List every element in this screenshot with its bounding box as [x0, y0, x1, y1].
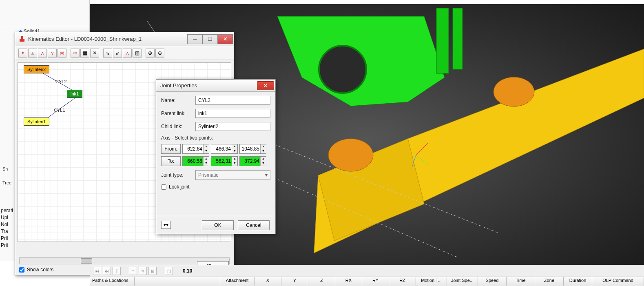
robot-icon — [18, 35, 26, 43]
tool-icon[interactable]: ✂ — [71, 49, 80, 58]
joint-type-label: Joint type: — [161, 172, 192, 178]
maximize-button[interactable]: ☐ — [202, 34, 218, 44]
name-input[interactable] — [195, 96, 270, 105]
from-y-spinner[interactable]: ▲▼ — [211, 144, 238, 154]
tool-icon[interactable]: ◫ — [165, 267, 173, 275]
cancel-button[interactable]: Cancel — [238, 220, 270, 230]
joint-type-select[interactable]: Prismatic▾ — [195, 170, 270, 180]
col-header[interactable]: Attachment — [220, 277, 255, 286]
to-button[interactable]: To: — [161, 156, 181, 166]
kin-window-title: Kinematics Editor - LD0034-0000_Shrinkwr… — [28, 36, 188, 42]
value-display: 0.10 — [183, 268, 192, 274]
tool-icon[interactable]: ▲ — [28, 49, 37, 58]
tool-icon[interactable]: ↙ — [113, 49, 122, 58]
node-lnk1[interactable]: lnk1 — [67, 90, 82, 98]
tool-icon[interactable]: ⊞ — [148, 267, 157, 275]
lock-joint-label: Lock joint — [169, 184, 190, 190]
svg-point-2 — [328, 139, 373, 171]
kin-titlebar[interactable]: Kinematics Editor - LD0034-0000_Shrinkwr… — [15, 32, 234, 46]
tool-icon[interactable]: ⋈ — [58, 49, 66, 58]
tool-icon[interactable]: ✕ — [90, 49, 99, 58]
minimize-button[interactable]: ─ — [187, 34, 203, 44]
bottom-status-bar: ⏮ ⏭ ↧ ≡ ≋ ⊞ ◫ 0.10 Paths & Locations Att… — [90, 265, 644, 286]
col-header[interactable]: RX — [335, 277, 362, 286]
col-header[interactable]: X — [255, 277, 281, 286]
child-link-input[interactable] — [195, 122, 270, 131]
link-label-cyl1: CYL1 — [54, 108, 65, 113]
svg-point-4 — [319, 46, 366, 93]
tool-create-link-icon[interactable]: ✦ — [18, 49, 27, 58]
tool-icon[interactable]: ⋏ — [38, 49, 47, 58]
svg-rect-13 — [21, 36, 23, 39]
col-header[interactable]: Motion T... — [416, 277, 447, 286]
svg-rect-6 — [453, 8, 463, 69]
to-z-spinner[interactable]: ▲▼ — [239, 156, 266, 166]
ok-button[interactable]: OK — [202, 220, 234, 230]
name-label: Name: — [161, 98, 192, 103]
col-header[interactable]: Time — [507, 277, 535, 286]
to-y-spinner[interactable]: ▲▼ — [211, 156, 238, 166]
svg-rect-12 — [20, 39, 24, 42]
close-button[interactable]: ✕ — [217, 34, 233, 44]
to-x-spinner[interactable]: ▲▼ — [182, 156, 209, 166]
playback-prev-icon[interactable]: ⏮ — [93, 267, 101, 275]
jd-close-button[interactable]: ✕ — [257, 81, 274, 90]
col-header[interactable]: Duration — [564, 277, 592, 286]
tool-icon[interactable]: ▧ — [133, 49, 142, 58]
col-header[interactable]: Speed — [478, 277, 507, 286]
node-sylinteri2[interactable]: Sylinteri2 — [24, 65, 49, 73]
zoom-in-icon[interactable]: ⊕ — [146, 49, 155, 58]
tab-tree[interactable]: Tree — [1, 180, 13, 186]
table-headers: Paths & Locations Attachment X Y Z RX RY… — [90, 277, 644, 286]
from-button[interactable]: From: — [161, 144, 181, 154]
col-header[interactable]: RZ — [389, 277, 416, 286]
tool-icon[interactable]: ↘ — [103, 49, 112, 58]
jd-title: Joint Properties — [160, 82, 257, 89]
col-header[interactable]: Zone — [535, 277, 564, 286]
step-icon[interactable]: ↧ — [113, 267, 121, 275]
parent-link-input[interactable] — [195, 109, 270, 118]
tool-icon[interactable]: ≋ — [139, 267, 147, 275]
axis-section-label: Axis - Select two points: — [161, 135, 270, 141]
col-header[interactable]: RY — [362, 277, 389, 286]
svg-rect-5 — [436, 8, 449, 73]
from-z-spinner[interactable]: ▲▼ — [239, 144, 266, 154]
joint-properties-dialog: Joint Properties ✕ Name: Parent link: Ch… — [156, 79, 276, 234]
kin-toolbar: ✦ ▲ ⋏ ⋎ ⋈ ✂ ▦ ✕ ↘ ↙ ⋏ ▧ ⊕ ⊖ — [15, 46, 234, 60]
operations-list: perati Upl Nol Tra Prii Prii — [1, 207, 13, 249]
zoom-out-icon[interactable]: ⊖ — [155, 49, 164, 58]
tool-icon[interactable]: ⋎ — [48, 49, 57, 58]
tab-sn[interactable]: Sn — [1, 166, 9, 172]
col-header[interactable]: Joint Spe... — [447, 277, 478, 286]
col-header[interactable]: Y — [281, 277, 308, 286]
link-label-cyl2: CYL2 — [55, 79, 67, 84]
from-x-spinner[interactable]: ▲▼ — [182, 144, 209, 154]
svg-point-3 — [494, 77, 534, 106]
playback-next-icon[interactable]: ⏭ — [103, 267, 111, 275]
tool-icon[interactable]: ▦ — [80, 49, 89, 58]
col-header[interactable]: OLP Command — [592, 277, 644, 286]
list-icon[interactable]: ≡ — [129, 267, 137, 275]
node-sylinteri1[interactable]: Sylinteri1 — [24, 118, 49, 126]
col-header[interactable]: Z — [308, 277, 335, 286]
chevron-down-icon: ▾ — [265, 172, 268, 178]
parent-link-label: Parent link: — [161, 111, 192, 116]
tool-icon[interactable]: ⋏ — [123, 49, 132, 58]
lock-joint-checkbox[interactable] — [161, 184, 166, 190]
jd-titlebar[interactable]: Joint Properties ✕ — [156, 80, 275, 92]
col-paths[interactable]: Paths & Locations — [90, 277, 135, 286]
child-link-label: Child link: — [161, 124, 192, 129]
